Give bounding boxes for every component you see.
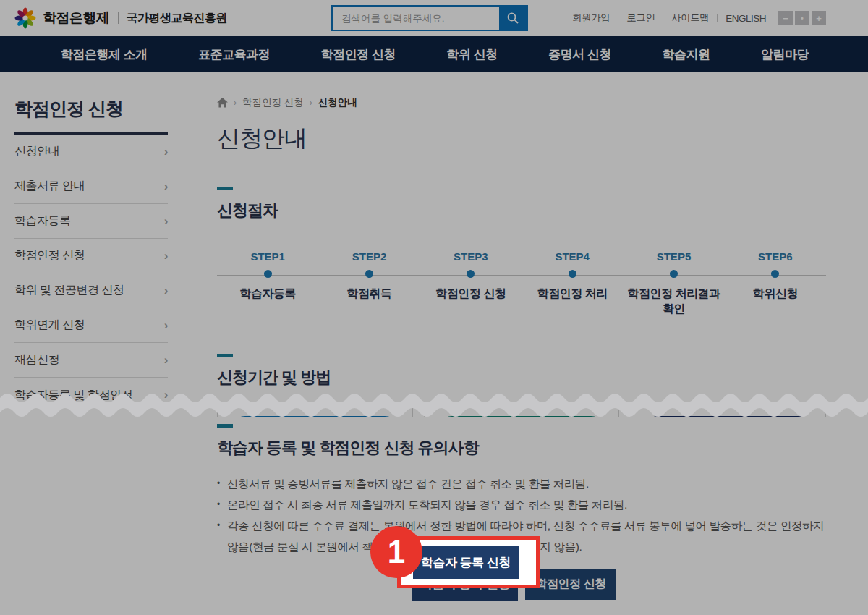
sidebar-item-label: 제출서류 안내	[14, 179, 85, 194]
sidebar-item-degree-link[interactable]: 학위연계 신청›	[14, 308, 168, 343]
chevron-right-icon: ›	[164, 249, 168, 263]
step-4: STEP4 학점인정 처리	[522, 250, 623, 316]
utility-divider	[717, 14, 718, 22]
procedure-heading: 신청절차	[217, 200, 826, 221]
sidebar-item-label: 학습자등록 및 학점인정	[14, 388, 132, 403]
nav-item-intro[interactable]: 학점은행제 소개	[61, 46, 148, 63]
nav-item-notice[interactable]: 알림마당	[761, 46, 809, 63]
home-icon[interactable]	[217, 98, 228, 108]
step-2: STEP2 학점취득	[318, 250, 420, 316]
sidebar-item-documents[interactable]: 제출서류 안내›	[14, 169, 168, 204]
sidebar-item-label: 학점인정 신청	[14, 248, 85, 263]
english-link[interactable]: ENGLISH	[726, 13, 766, 24]
login-link[interactable]: 로그인	[626, 12, 655, 25]
section-accent-dash	[217, 187, 233, 190]
step-1: STEP1 학습자등록	[217, 250, 318, 316]
sidebar: 학점인정 신청 신청안내› 제출서류 안내› 학습자등록› 학점인정 신청› 학…	[0, 72, 182, 475]
sidebar-item-label: 학위 및 전공변경 신청	[14, 283, 124, 298]
period-heading: 신청기간 및 방법	[217, 367, 826, 389]
step-dot	[670, 270, 678, 278]
chevron-right-icon: ›	[164, 214, 168, 229]
chevron-right-icon: ›	[164, 145, 168, 159]
nav-item-credit-apply[interactable]: 학점인정 신청	[321, 46, 396, 63]
sidebar-item-label: 학위연계 신청	[14, 318, 85, 333]
main-content: › 학점인정 신청 › 신청안내 신청안내 신청절차 STEP1 학습자등록	[217, 72, 826, 475]
site-logo[interactable]: 학점은행제 국가평생교육진흥원	[14, 0, 227, 36]
step-number: STEP5	[623, 250, 724, 263]
sidebar-item-retrial[interactable]: 재심신청›	[14, 343, 168, 378]
step-5: STEP5 학점인정 처리결과 확인	[623, 250, 724, 316]
notice-heading: 학습자 등록 및 학점인정 신청 유의사항	[217, 437, 825, 459]
step-name: 학점인정 처리	[522, 286, 623, 301]
annotation-step-badge: 1	[370, 526, 422, 578]
page-title: 신청안내	[217, 123, 826, 155]
sidebar-item-label: 신청안내	[14, 144, 59, 159]
procedure-steps: STEP1 학습자등록 STEP2 학점취득 STEP3 학점인정 신청	[217, 250, 826, 316]
sidebar-item-label: 재심신청	[14, 352, 59, 368]
sidebar-item-register-and-credit[interactable]: 학습자등록 및 학점인정›	[14, 378, 168, 412]
step-dot	[771, 270, 779, 278]
font-larger-button[interactable]: +	[812, 11, 826, 25]
step-dot	[365, 270, 373, 278]
sidebar-item-credit-apply[interactable]: 학점인정 신청›	[14, 239, 168, 273]
flower-logo-icon	[14, 7, 36, 29]
step-number: STEP6	[725, 250, 826, 263]
logo-divider	[118, 12, 119, 24]
logo-title: 학점은행제	[43, 9, 110, 27]
nav-item-certificate[interactable]: 증명서 신청	[548, 46, 611, 63]
step-number: STEP2	[318, 250, 420, 263]
font-size-controls: − • +	[778, 11, 826, 25]
notice-bullet: 온라인 접수 시 최종 서류 제출일까지 도착되지 않을 경우 접수 취소 및 …	[217, 494, 825, 515]
step-number: STEP1	[217, 250, 318, 263]
step-3: STEP3 학점인정 신청	[420, 250, 522, 316]
join-link[interactable]: 회원가입	[572, 12, 610, 25]
sidebar-item-guide[interactable]: 신청안내›	[14, 135, 168, 169]
step-name: 학점취득	[318, 286, 420, 301]
breadcrumb-separator: ›	[310, 98, 312, 108]
step-name: 학습자등록	[217, 286, 318, 301]
notice-bullet: 신청서류 및 증빙서류를 제출하지 않은 접수 건은 접수 취소 및 환불 처리…	[217, 473, 825, 494]
utility-divider	[618, 14, 618, 22]
breadcrumb-current: 신청안내	[318, 96, 357, 109]
search-button[interactable]	[499, 7, 527, 30]
logo-subtitle: 국가평생교육진흥원	[127, 11, 228, 26]
chevron-right-icon: ›	[164, 318, 168, 333]
step-dot	[264, 270, 272, 278]
sidebar-item-learner-register[interactable]: 학습자등록›	[14, 204, 168, 239]
chevron-right-icon: ›	[164, 388, 168, 402]
learner-register-apply-button-highlighted[interactable]: 학습자 등록 신청	[413, 546, 519, 579]
chevron-right-icon: ›	[164, 284, 168, 298]
search-box	[331, 5, 528, 31]
top-header: 학점은행제 국가평생교육진흥원 회원가입 로그인 사이트맵 ENGLISH −	[0, 0, 868, 36]
nav-item-degree-apply[interactable]: 학위 신청	[446, 46, 497, 63]
chevron-right-icon: ›	[164, 353, 168, 368]
sitemap-link[interactable]: 사이트맵	[671, 12, 709, 25]
page: 학점은행제 국가평생교육진흥원 회원가입 로그인 사이트맵 ENGLISH −	[0, 0, 868, 615]
page-body: 학점인정 신청 신청안내› 제출서류 안내› 학습자등록› 학점인정 신청› 학…	[0, 72, 868, 475]
sidebar-item-degree-major-change[interactable]: 학위 및 전공변경 신청›	[14, 273, 168, 308]
step-number: STEP3	[420, 250, 522, 263]
breadcrumb-separator: ›	[234, 98, 237, 108]
nav-item-learning-support[interactable]: 학습지원	[662, 46, 710, 63]
sidebar-title: 학점인정 신청	[14, 97, 168, 135]
global-nav: 학점은행제 소개 표준교육과정 학점인정 신청 학위 신청 증명서 신청 학습지…	[0, 36, 868, 72]
utility-divider	[663, 14, 663, 22]
breadcrumb: › 학점인정 신청 › 신청안내	[217, 96, 826, 109]
breadcrumb-level1[interactable]: 학점인정 신청	[242, 96, 304, 109]
nav-item-curriculum[interactable]: 표준교육과정	[198, 46, 270, 63]
search-input[interactable]	[333, 7, 499, 30]
step-name: 학위신청	[725, 286, 826, 301]
step-number: STEP4	[522, 250, 623, 263]
step-name: 학점인정 처리결과 확인	[623, 286, 724, 316]
section-accent-dash	[217, 424, 233, 428]
font-smaller-button[interactable]: −	[778, 11, 793, 25]
chevron-right-icon: ›	[164, 179, 168, 194]
font-reset-button[interactable]: •	[795, 11, 809, 25]
step-6: STEP6 학위신청	[725, 250, 826, 316]
sidebar-item-label: 학습자등록	[14, 213, 71, 229]
procedure-section: 신청절차 STEP1 학습자등록 STEP2 학점취득 STEP3	[217, 187, 826, 316]
step-name: 학점인정 신청	[420, 286, 522, 301]
step-dot	[569, 270, 576, 278]
search-icon	[506, 12, 519, 25]
section-accent-dash	[217, 354, 233, 357]
